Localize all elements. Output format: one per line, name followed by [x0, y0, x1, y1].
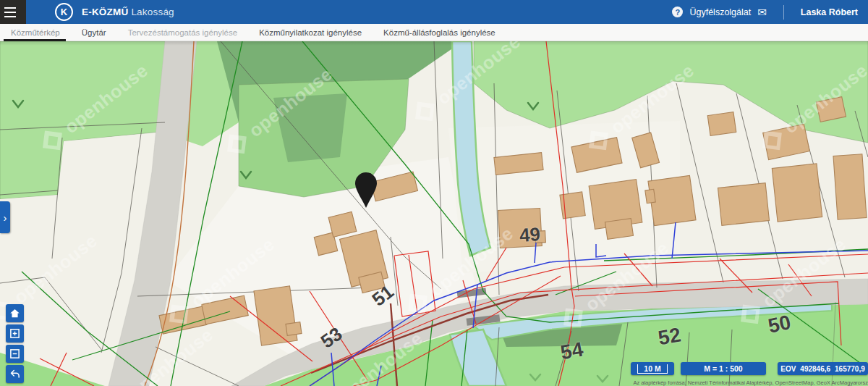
map-graphics — [0, 41, 868, 386]
app-title: E-KÖZMŰLakosság — [82, 7, 174, 17]
tab-kozmuterkep[interactable]: Közműtérkép — [0, 24, 71, 41]
app-logo: K — [55, 3, 73, 21]
eov-label: EOV — [780, 365, 796, 373]
zoom-out-button[interactable] — [6, 345, 24, 363]
hamburger-menu-icon[interactable] — [0, 0, 26, 24]
zoom-in-button[interactable] — [6, 324, 24, 343]
zoom-out-icon — [9, 348, 20, 359]
main-tabbar: Közműtérkép Ügytár Tervezéstámogatás igé… — [0, 24, 868, 41]
header-divider — [783, 5, 784, 20]
scale-ratio-label: M = 1 : 500 — [704, 364, 742, 373]
home-button[interactable] — [6, 304, 24, 322]
undo-extent-button[interactable] — [6, 365, 24, 383]
home-icon — [9, 308, 20, 319]
app-title-suffix: Lakosság — [131, 7, 174, 17]
undo-arrow-icon — [9, 369, 20, 379]
app-title-main: E-KÖZMŰ — [82, 7, 128, 17]
scale-bar-label: 10 M — [637, 364, 667, 374]
user-menu[interactable]: Laska Róbert — [801, 7, 858, 17]
zoom-in-icon — [9, 328, 20, 339]
eov-y-value: 165770,9 — [835, 365, 865, 373]
tab-ugytar[interactable]: Ügytár — [71, 24, 117, 41]
hamburger-bars — [4, 6, 16, 19]
eov-coordinates-badge: EOV 492846,6 165770,9 — [778, 362, 868, 375]
help-icon[interactable]: ? — [672, 7, 683, 17]
tab-kozmu-allasfoglalas[interactable]: Közmű-állásfoglalás igénylése — [373, 24, 506, 41]
tab-kozmunyilatkozat[interactable]: Közműnyilatkozat igénylése — [248, 24, 373, 41]
eov-x-value: 492846,6 — [800, 365, 830, 373]
scale-ratio-badge: M = 1 : 500 — [681, 362, 766, 375]
map-canvas[interactable]: openhouse openhouse openhouse openhouse … — [0, 41, 868, 386]
layer-panel-toggle[interactable]: › — [0, 201, 10, 233]
tab-tervezestamogatas[interactable]: Tervezéstámogatás igénylése — [117, 24, 249, 41]
mail-icon[interactable]: ✉ — [757, 6, 767, 19]
customer-service-link[interactable]: Ügyfélszolgálat — [689, 7, 751, 17]
app-header: K E-KÖZMŰLakosság ? Ügyfélszolgálat ✉ La… — [0, 0, 868, 24]
scale-bar: 10 M — [631, 362, 674, 375]
